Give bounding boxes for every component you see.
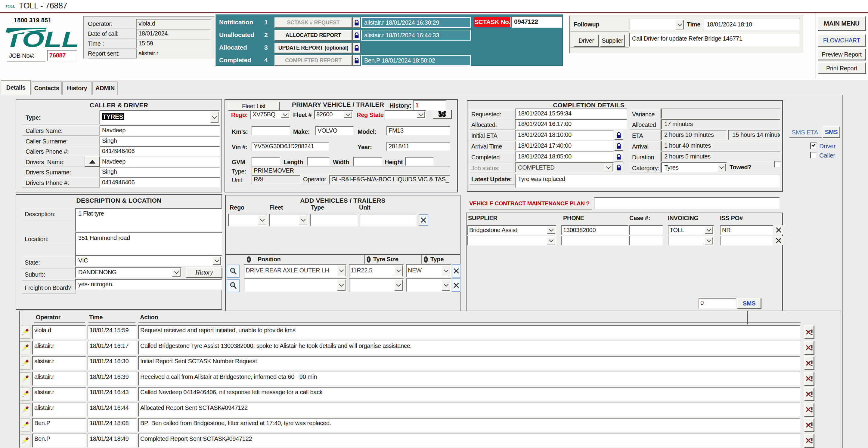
log-operator-field[interactable]: alistair.r bbox=[32, 387, 86, 401]
log-operator-field[interactable]: alistair.r bbox=[32, 356, 86, 370]
tyre-type-chevron-icon[interactable] bbox=[442, 265, 450, 276]
edit-row-button[interactable] bbox=[20, 356, 30, 370]
sms-caller-checkbox[interactable] bbox=[810, 152, 817, 159]
add-rego-chevron-icon[interactable] bbox=[258, 215, 266, 225]
arrival-time-lock-button[interactable] bbox=[614, 141, 623, 151]
tab-details[interactable]: Details bbox=[1, 80, 31, 95]
invoicing-dropdown[interactable]: TOLL bbox=[668, 225, 714, 235]
log-time-field[interactable]: 18/01/24 16:39 bbox=[88, 372, 137, 386]
log-action-field[interactable]: Called Bridgestone Tyre Assist 130038200… bbox=[138, 341, 801, 355]
workflow-lock-button[interactable] bbox=[353, 18, 361, 28]
add-type-field[interactable] bbox=[310, 214, 358, 227]
tyre-position-dropdown[interactable]: DRIVE REAR AXLE OUTER LH bbox=[244, 264, 347, 278]
caller-driver-field[interactable]: Navdeep bbox=[100, 126, 220, 136]
job-status-dropdown[interactable]: COMPLETED bbox=[515, 162, 614, 173]
flowchart-button[interactable]: FLOWCHART bbox=[818, 34, 866, 46]
edit-row-button[interactable] bbox=[20, 372, 30, 385]
followup-dropdown-chevron-icon[interactable] bbox=[675, 20, 684, 30]
supplier-sms-count-field[interactable]: 0 bbox=[699, 298, 737, 309]
arrival-time-field[interactable]: 18/01/2024 17:40:00 bbox=[515, 141, 614, 151]
year-field[interactable]: 2018/11 bbox=[386, 142, 450, 151]
log-operator-field[interactable]: Ben.P bbox=[32, 434, 86, 448]
followup-time-field[interactable]: 18/01/2024 18:10 bbox=[704, 19, 800, 31]
supplier-case-field[interactable] bbox=[629, 236, 663, 246]
log-time-field[interactable]: 18/01/24 16:44 bbox=[88, 403, 137, 417]
type-dropdown-chevron-icon[interactable] bbox=[210, 111, 218, 123]
arrival-field[interactable]: 1 hour 40 minutes bbox=[661, 141, 780, 151]
delete-row-button[interactable] bbox=[804, 418, 814, 432]
delete-row-button[interactable] bbox=[804, 341, 814, 354]
vin-field[interactable]: YV5XG30D6JD208241 bbox=[252, 142, 329, 151]
supplier-sms-button[interactable]: SMS bbox=[737, 298, 761, 309]
vehicle-history-field[interactable]: 1 bbox=[413, 100, 446, 111]
caller-driver-field[interactable]: 0414946406 bbox=[100, 177, 220, 187]
log-operator-field[interactable]: Ben.P bbox=[32, 418, 86, 432]
sms-eta-label[interactable]: SMS ETA bbox=[792, 129, 818, 136]
suburb-dropdown-chevron-icon[interactable] bbox=[172, 268, 181, 277]
state-dropdown-chevron-icon[interactable] bbox=[213, 256, 221, 265]
tyre-position-dropdown[interactable] bbox=[244, 278, 347, 292]
requested-field[interactable]: 18/01/2024 15:59:34 bbox=[515, 108, 627, 119]
sctask-no-field[interactable]: 0947122 bbox=[512, 16, 562, 28]
workflow-lock-button[interactable] bbox=[353, 43, 361, 53]
tyre-clear-button[interactable] bbox=[452, 264, 461, 278]
supplier-clear-button[interactable] bbox=[774, 236, 783, 245]
log-action-field[interactable]: BP: Ben called from Bridgestone, fitter … bbox=[138, 418, 801, 432]
delete-row-button[interactable] bbox=[804, 356, 814, 370]
log-time-field[interactable]: 18/01/24 18:08 bbox=[88, 418, 137, 432]
sms-driver-checkbox[interactable] bbox=[810, 142, 817, 149]
delete-row-button[interactable] bbox=[804, 403, 814, 416]
log-action-field[interactable]: Completed Report Sent SCTASK#0947122 bbox=[138, 434, 801, 448]
caller-driver-field[interactable]: Singh bbox=[100, 136, 220, 146]
log-action-field[interactable]: Initial Report Sent SCTASK Number Reques… bbox=[138, 356, 801, 370]
tyre-search-button[interactable] bbox=[227, 279, 240, 292]
supplier-chevron-icon[interactable] bbox=[547, 237, 555, 244]
log-operator-field[interactable]: alistair.r bbox=[32, 372, 86, 386]
vehicle-operator-field[interactable]: GL-R&I-F&G-N/A-BOC LIQUIDS VIC & TAS_ bbox=[329, 175, 450, 184]
towed-checkbox[interactable] bbox=[774, 161, 781, 168]
eta-field[interactable]: 2 hours 10 minutes bbox=[661, 130, 727, 140]
workflow-report-button[interactable]: ALLOCATED REPORT bbox=[275, 30, 352, 41]
job-status-lock-button[interactable] bbox=[614, 163, 623, 172]
workflow-report-button[interactable]: COMPLETED REPORT bbox=[275, 55, 352, 66]
delete-row-button[interactable] bbox=[804, 372, 814, 385]
rego-chevron-icon[interactable] bbox=[281, 111, 289, 118]
unit-field[interactable]: R&I bbox=[252, 175, 300, 184]
delete-row-button[interactable] bbox=[804, 325, 814, 339]
iss-po-field[interactable]: NR bbox=[720, 225, 773, 235]
suburb-history-button[interactable]: History bbox=[186, 267, 222, 278]
driver-name-up-button[interactable] bbox=[85, 157, 100, 167]
invoicing-dropdown[interactable] bbox=[668, 236, 714, 246]
supplier-chevron-icon[interactable] bbox=[547, 227, 555, 234]
rego-dropdown[interactable]: XV75BQ bbox=[250, 110, 290, 119]
main-menu-button[interactable]: MAIN MENU bbox=[818, 16, 866, 31]
caller-driver-field[interactable]: Singh bbox=[100, 167, 220, 177]
completed-field[interactable]: 18/01/2024 18:05:00 bbox=[515, 151, 614, 162]
height-field[interactable] bbox=[405, 157, 434, 166]
contract-plan-field[interactable] bbox=[594, 197, 780, 209]
gvm-field[interactable] bbox=[252, 157, 280, 166]
tyre-position-chevron-icon[interactable] bbox=[337, 265, 345, 276]
invoicing-chevron-icon[interactable] bbox=[705, 237, 713, 244]
kms-field[interactable] bbox=[252, 126, 290, 135]
tyre-position-chevron-icon[interactable] bbox=[337, 280, 345, 291]
length-field[interactable] bbox=[307, 157, 330, 166]
allocated2-field[interactable]: 17 minutes bbox=[661, 119, 780, 129]
add-unit-field[interactable] bbox=[360, 214, 417, 227]
log-operator-field[interactable]: alistair.r bbox=[32, 341, 86, 355]
tyre-size-chevron-icon[interactable] bbox=[394, 280, 403, 291]
invoicing-chevron-icon[interactable] bbox=[705, 227, 713, 234]
log-operator-field[interactable]: alistair.r bbox=[32, 403, 86, 417]
followup-supplier-button[interactable]: Supplier bbox=[600, 35, 625, 46]
caller-driver-field[interactable]: 0414946406 bbox=[100, 146, 220, 157]
category-chevron-icon[interactable] bbox=[717, 164, 726, 171]
width-field[interactable] bbox=[353, 157, 382, 166]
supplier-clear-button[interactable] bbox=[774, 225, 783, 235]
allocated-field[interactable]: 18/01/2024 16:17:00 bbox=[515, 119, 627, 129]
edit-row-button[interactable] bbox=[20, 403, 30, 416]
model-field[interactable]: FM13 bbox=[386, 126, 450, 135]
state-dropdown[interactable]: VIC bbox=[75, 255, 222, 266]
log-time-field[interactable]: 18/01/24 16:17 bbox=[88, 341, 137, 355]
supplier-phone-field[interactable] bbox=[561, 236, 629, 246]
job-no-field[interactable]: 76887 bbox=[47, 50, 77, 61]
